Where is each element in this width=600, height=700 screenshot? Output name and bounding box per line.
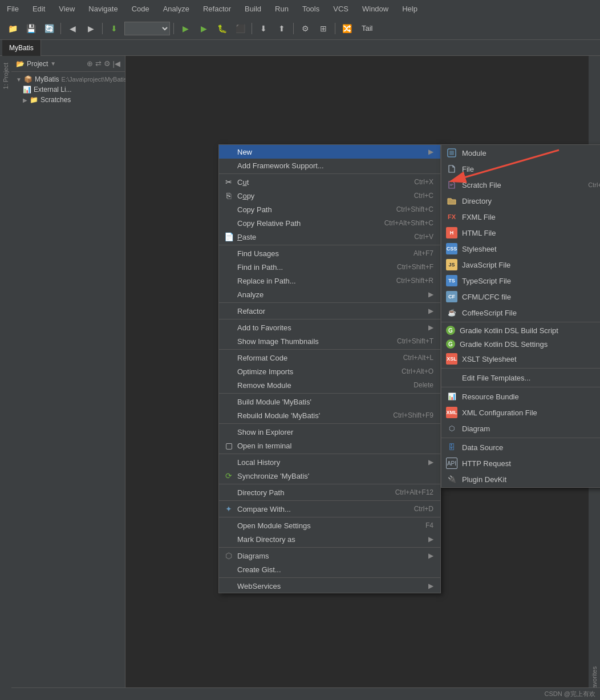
menu-run[interactable]: Run [273, 3, 291, 14]
menu-vcs[interactable]: VCS [331, 3, 351, 14]
sub-js-label: JavaScript File [462, 261, 510, 269]
ctx-item-find-usages[interactable]: Find Usages Alt+F7 [219, 246, 440, 260]
ctx-item-webservices[interactable]: WebServices ▶ [219, 579, 440, 593]
sub-item-xml-config[interactable]: XML XML Configuration File ▶ [441, 404, 600, 420]
ctx-item-rebuild-module[interactable]: Rebuild Module 'MyBatis' Ctrl+Shift+F9 [219, 408, 440, 422]
menu-analyze[interactable]: Analyze [161, 3, 192, 14]
ctx-item-diagrams[interactable]: ⬡ Diagrams ▶ [219, 549, 440, 563]
ctx-dir-path-shortcut: Ctrl+Alt+F12 [395, 488, 433, 496]
sub-item-js[interactable]: JS JavaScript File [441, 257, 600, 273]
project-gear-icon[interactable]: ⚙ [104, 59, 111, 68]
sub-item-coffeescript[interactable]: ☕ CoffeeScript File [441, 305, 600, 321]
ctx-item-copy[interactable]: ⎘ Copy Ctrl+C [219, 189, 440, 203]
toolbar-forward-icon[interactable]: ▶ [83, 21, 99, 37]
ctx-item-show-thumbnails[interactable]: Show Image Thumbnails Ctrl+Shift+T [219, 334, 440, 348]
sub-item-ts[interactable]: TS TypeScript File [441, 273, 600, 289]
tree-item-external-libs[interactable]: 📊 External Li... [11, 84, 125, 95]
project-locate-icon[interactable]: ⊕ [87, 59, 93, 68]
sub-item-data-source[interactable]: 🗄 Data Source [441, 439, 600, 455]
toolbar-config-dropdown[interactable] [124, 22, 170, 35]
tree-item-mybatis[interactable]: ▼ 📦 MyBatis E:\Java\project\MyBatis [11, 74, 125, 84]
toolbar-run2-icon[interactable]: ▶ [196, 21, 212, 37]
sub-item-xslt[interactable]: XSL XSLT Stylesheet [441, 351, 600, 367]
menu-build[interactable]: Build [242, 3, 263, 14]
ctx-item-optimize-imports[interactable]: Optimize Imports Ctrl+Alt+O [219, 365, 440, 378]
ctx-item-synchronize[interactable]: ⟳ Synchronize 'MyBatis' [219, 469, 440, 483]
ctx-item-copy-relative-path[interactable]: Copy Relative Path Ctrl+Alt+Shift+C [219, 216, 440, 230]
sub-item-cfml[interactable]: CF CFML/CFC file [441, 289, 600, 305]
ctx-item-paste[interactable]: 📄 Paste Ctrl+V [219, 230, 440, 244]
ctx-item-directory-path[interactable]: Directory Path Ctrl+Alt+F12 [219, 485, 440, 499]
toolbar-run-icon[interactable]: ▶ [177, 21, 193, 37]
sub-scratch-shortcut: Ctrl+Alt+Shift+Insert [588, 181, 600, 188]
toolbar-step-icon[interactable]: ⬇ [256, 21, 271, 37]
menu-tools[interactable]: Tools [300, 3, 322, 14]
project-pin-icon[interactable]: |◀ [113, 59, 120, 68]
menu-code[interactable]: Code [129, 3, 152, 14]
ctx-item-analyze[interactable]: Analyze ▶ [219, 288, 440, 301]
tab-mybatis-label: MyBatis [9, 44, 34, 52]
tree-icon-mybatis: 📦 [24, 75, 33, 83]
ctx-item-show-explorer[interactable]: Show in Explorer [219, 425, 440, 439]
toolbar-settings-icon[interactable]: ⚙ [297, 21, 313, 37]
toolbar-save-icon[interactable]: 💾 [23, 21, 39, 37]
ctx-item-replace-path[interactable]: Replace in Path... Ctrl+Shift+R [219, 274, 440, 288]
toolbar-build-icon[interactable]: ⬇ [106, 21, 122, 37]
sub-item-scratch-file[interactable]: Scratch File Ctrl+Alt+Shift+Insert [441, 177, 600, 193]
tree-item-scratches[interactable]: ▶ 📁 Scratches [11, 95, 125, 105]
toolbar-vcs-icon[interactable]: 🔀 [339, 21, 355, 37]
sub-scratch-icon [446, 179, 457, 191]
project-dropdown-icon[interactable]: ▼ [50, 60, 56, 67]
sub-item-resource-bundle[interactable]: 📊 Resource Bundle [441, 389, 600, 404]
menu-navigate[interactable]: Navigate [86, 3, 120, 14]
toolbar-debug-icon[interactable]: 🐛 [214, 21, 230, 37]
ctx-item-local-history[interactable]: Local History ▶ [219, 455, 440, 469]
toolbar-step2-icon[interactable]: ⬆ [274, 21, 290, 37]
ctx-item-add-favorites[interactable]: Add to Favorites ▶ [219, 321, 440, 334]
ctx-item-remove-module[interactable]: Remove Module Delete [219, 378, 440, 392]
ctx-item-reformat[interactable]: Reformat Code Ctrl+Alt+L [219, 351, 440, 365]
menu-edit[interactable]: Edit [30, 3, 47, 14]
sub-item-diagram[interactable]: ⬡ Diagram ▶ [441, 420, 600, 436]
sub-item-http-request[interactable]: API HTTP Request [441, 455, 600, 471]
toolbar-layout-icon[interactable]: ⊞ [315, 21, 331, 37]
toolbar-project-icon[interactable]: 📁 [5, 21, 21, 37]
ctx-item-module-settings[interactable]: Open Module Settings F4 [219, 519, 440, 532]
ctx-item-build-module[interactable]: Build Module 'MyBatis' [219, 395, 440, 408]
ctx-item-add-framework[interactable]: Add Framework Support... [219, 159, 440, 172]
sub-item-file[interactable]: File [441, 161, 600, 177]
menu-help[interactable]: Help [400, 3, 420, 14]
toolbar-sync-icon[interactable]: 🔄 [41, 21, 57, 37]
menu-file[interactable]: File [5, 3, 21, 14]
sub-item-html[interactable]: H HTML File [441, 225, 600, 241]
menu-window[interactable]: Window [360, 3, 391, 14]
ctx-item-find-path[interactable]: Find in Path... Ctrl+Shift+F [219, 260, 440, 274]
ctx-item-create-gist[interactable]: Create Gist... [219, 563, 440, 576]
ctx-item-copy-path[interactable]: Copy Path Ctrl+Shift+C [219, 203, 440, 216]
menu-view[interactable]: View [56, 3, 77, 14]
ctx-module-settings-left: Open Module Settings [224, 521, 311, 530]
ctx-item-mark-directory[interactable]: Mark Directory as ▶ [219, 532, 440, 546]
sub-item-fxml[interactable]: FX FXML File [441, 209, 600, 225]
sub-fxml-left: FX FXML File [446, 211, 496, 222]
project-settings-icon[interactable]: ⇄ [95, 59, 102, 68]
sub-item-gradle-build[interactable]: G Gradle Kotlin DSL Build Script [441, 323, 600, 337]
sub-item-gradle-settings[interactable]: G Gradle Kotlin DSL Settings [441, 337, 600, 351]
sub-item-directory[interactable]: Directory [441, 193, 600, 209]
toolbar-back-icon[interactable]: ◀ [64, 21, 80, 37]
menu-refactor[interactable]: Refactor [201, 3, 233, 14]
ctx-item-open-terminal[interactable]: ▢ Open in terminal [219, 439, 440, 452]
sub-item-edit-templates[interactable]: Edit File Templates... [441, 370, 600, 386]
sidebar-project-label[interactable]: 1: Project [1, 60, 10, 91]
toolbar-stop-icon[interactable]: ⬛ [232, 21, 248, 37]
ctx-item-cut[interactable]: ✂ Cut Ctrl+X [219, 175, 440, 189]
tab-mybatis[interactable]: MyBatis [2, 40, 41, 56]
sub-item-module[interactable]: Module [441, 145, 600, 161]
ctx-item-refactor[interactable]: Refactor ▶ [219, 304, 440, 318]
ctx-item-new[interactable]: New ▶ [219, 145, 440, 159]
ctx-local-history-arrow: ▶ [428, 458, 433, 466]
sub-item-plugin-devkit[interactable]: 🔌 Plugin DevKit ▶ [441, 471, 600, 487]
ctx-item-compare-with[interactable]: ✦ Compare With... Ctrl+D [219, 502, 440, 516]
sub-item-stylesheet[interactable]: CSS Stylesheet [441, 241, 600, 257]
tree-icon-external-libs: 📊 [23, 86, 31, 94]
